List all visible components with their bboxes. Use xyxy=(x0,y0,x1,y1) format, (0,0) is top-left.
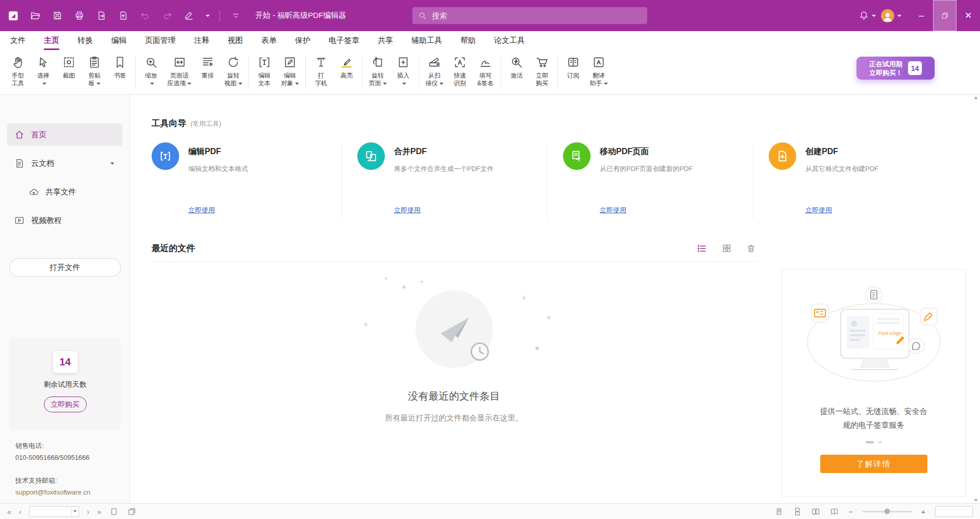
chevron-down-icon[interactable] xyxy=(110,162,114,165)
use-now-link[interactable]: 立即使用 xyxy=(188,206,215,215)
sidebar-item-shared-files[interactable]: 共享文件 xyxy=(7,181,122,203)
notifications-bell-icon[interactable] xyxy=(857,10,870,22)
edit-object-button[interactable]: 编辑对象 xyxy=(277,54,303,88)
zoom-in-button[interactable]: + xyxy=(920,507,927,516)
clipboard-button[interactable]: 剪贴板 xyxy=(82,54,107,88)
menu-comment[interactable]: 注释 xyxy=(194,31,209,50)
menu-edit[interactable]: 编辑 xyxy=(111,31,127,50)
previous-page-button[interactable]: ‹ xyxy=(19,507,21,516)
share-document-icon[interactable] xyxy=(117,10,129,22)
menu-help[interactable]: 帮助 xyxy=(460,31,476,50)
support-email-link[interactable]: support@foxitsoftware.cn xyxy=(15,486,90,498)
edit-text-button[interactable]: 编辑文本 xyxy=(252,54,277,88)
trial-period-badge[interactable]: 正在试用期 立即购买！ 14 xyxy=(856,57,935,80)
buy-now-pill-button[interactable]: 立即购买 xyxy=(44,397,87,412)
export-document-icon[interactable] xyxy=(95,10,107,22)
reflow-button[interactable]: 重排 xyxy=(195,54,220,81)
learn-more-button[interactable]: 了解详情 xyxy=(820,455,927,473)
typewriter-button[interactable]: 打字机 xyxy=(308,54,334,88)
signature-dropdown-caret-icon[interactable] xyxy=(206,15,210,17)
subscribe-button[interactable]: 订阅 xyxy=(560,54,586,81)
last-page-button[interactable]: » xyxy=(97,507,101,516)
tool-card-create-pdf[interactable]: 创建PDF 从其它格式文件创建PDF 立即使用 xyxy=(753,142,959,219)
trash-icon[interactable] xyxy=(745,243,756,254)
menu-share[interactable]: 共享 xyxy=(378,31,393,50)
minimize-button[interactable]: – xyxy=(910,0,933,31)
rotate-view-button[interactable]: 旋转视图 xyxy=(220,54,246,88)
menu-home[interactable]: 主页 xyxy=(44,31,59,50)
page-copy-view-icon[interactable] xyxy=(127,506,137,516)
menu-convert[interactable]: 转换 xyxy=(78,31,93,50)
customize-toolbar-chevron-icon[interactable] xyxy=(230,10,242,22)
page-dropdown-button[interactable] xyxy=(71,507,79,516)
print-icon[interactable] xyxy=(73,10,85,22)
menu-accessibility[interactable]: 辅助工具 xyxy=(411,31,442,50)
open-file-icon[interactable] xyxy=(29,10,41,22)
highlight-button[interactable]: 高亮 xyxy=(334,54,359,81)
zoom-level-input[interactable] xyxy=(936,507,972,516)
translate-assistant-button[interactable]: 翻译助手 xyxy=(586,54,611,88)
zoom-slider[interactable] xyxy=(863,511,912,512)
single-page-view-icon[interactable] xyxy=(109,506,119,516)
page-number-box[interactable] xyxy=(29,506,79,517)
menu-view[interactable]: 视图 xyxy=(228,31,243,50)
buy-now-button[interactable]: 立即购买 xyxy=(529,54,555,88)
menu-file[interactable]: 文件 xyxy=(10,31,26,50)
zoom-slider-thumb[interactable] xyxy=(885,509,890,514)
menu-form[interactable]: 表单 xyxy=(261,31,277,50)
account-caret-icon[interactable] xyxy=(897,15,901,17)
activate-button[interactable]: 激活 xyxy=(504,54,529,81)
signature-tool-icon[interactable] xyxy=(183,10,195,22)
save-icon[interactable] xyxy=(51,10,63,22)
scroll-down-arrow-icon[interactable] xyxy=(974,499,978,502)
carousel-dot-active[interactable] xyxy=(866,441,874,443)
bookmark-button[interactable]: 书签 xyxy=(107,54,133,81)
use-now-link[interactable]: 立即使用 xyxy=(600,206,626,215)
rotate-pages-button[interactable]: 旋转页面 xyxy=(365,54,390,88)
open-file-button[interactable]: 打开文件 xyxy=(9,258,121,277)
select-tool-button[interactable]: 选择 xyxy=(31,54,56,88)
tool-card-move-pdf-pages[interactable]: 移动PDF页面 从已有的PDF页面创建新的PDF 立即使用 xyxy=(547,142,753,219)
menu-paper-tools[interactable]: 论文工具 xyxy=(494,31,525,50)
fit-page-options-button[interactable]: 页面适应选项 xyxy=(164,54,195,88)
single-page-layout-icon[interactable] xyxy=(774,506,784,516)
scroll-up-arrow-icon[interactable] xyxy=(974,96,978,99)
fill-sign-button[interactable]: 填写&签名 xyxy=(473,54,498,88)
grid-view-icon[interactable] xyxy=(721,243,732,254)
first-page-button[interactable]: « xyxy=(7,507,11,516)
sidebar-item-home[interactable]: 首页 xyxy=(7,123,122,146)
list-view-icon[interactable] xyxy=(696,243,707,254)
hand-tool-button[interactable]: 手型工具 xyxy=(5,54,31,88)
snapshot-button[interactable]: 截图 xyxy=(56,54,82,81)
insert-pages-button[interactable]: 插入 xyxy=(390,54,416,88)
search-input[interactable] xyxy=(432,11,641,20)
notifications-caret-icon[interactable] xyxy=(872,15,876,17)
menu-page-organize[interactable]: 页面管理 xyxy=(145,31,176,50)
restore-window-button[interactable] xyxy=(933,0,957,31)
use-now-link[interactable]: 立即使用 xyxy=(394,206,421,215)
from-scanner-button[interactable]: 从扫描仪 xyxy=(422,54,447,88)
zoom-level-box[interactable] xyxy=(935,506,973,517)
use-now-link[interactable]: 立即使用 xyxy=(805,206,832,215)
user-avatar[interactable] xyxy=(881,9,894,22)
sidebar-item-video-tutorials[interactable]: 视频教程 xyxy=(7,209,122,232)
facing-pages-layout-icon[interactable] xyxy=(811,506,821,516)
next-page-button[interactable]: › xyxy=(87,507,89,516)
search-box[interactable] xyxy=(412,7,647,24)
tool-card-edit-pdf[interactable]: 编辑PDF 编辑文档和文本格式 立即使用 xyxy=(152,142,341,219)
redo-icon[interactable] xyxy=(161,10,173,22)
undo-icon[interactable] xyxy=(139,10,151,22)
tool-card-merge-pdf[interactable]: 合并PDF 将多个文件合并生成一个PDF文件 立即使用 xyxy=(341,142,547,219)
vertical-scrollbar[interactable] xyxy=(973,96,979,502)
sidebar-item-cloud-docs[interactable]: 云文档 xyxy=(7,152,122,175)
carousel-dot[interactable] xyxy=(878,441,882,443)
close-button[interactable]: ✕ xyxy=(957,0,980,31)
menu-esign[interactable]: 电子签章 xyxy=(329,31,359,50)
continuous-scroll-layout-icon[interactable] xyxy=(792,506,802,516)
quick-ocr-button[interactable]: 快速识别 xyxy=(447,54,473,88)
zoom-button[interactable]: 缩放 xyxy=(138,54,164,88)
menu-protect[interactable]: 保护 xyxy=(295,31,310,50)
zoom-out-button[interactable]: − xyxy=(847,507,854,516)
book-view-layout-icon[interactable] xyxy=(829,506,839,516)
page-number-input[interactable] xyxy=(30,507,71,516)
